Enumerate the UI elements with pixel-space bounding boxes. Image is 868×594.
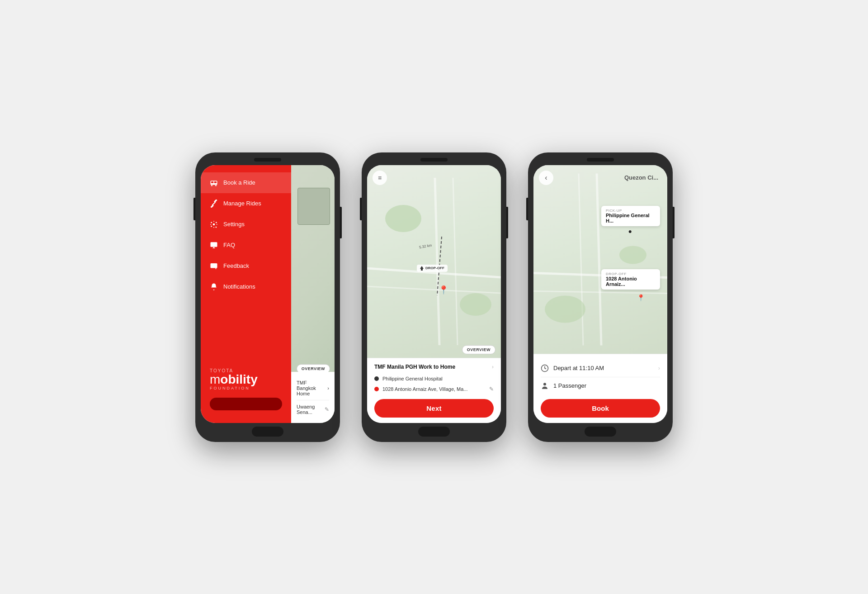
svg-point-23 xyxy=(543,383,546,385)
phone-2-speaker xyxy=(420,158,448,162)
menu-panel: Book a Ride Manage Rides xyxy=(201,165,291,423)
passenger-label: 1 Passenger xyxy=(553,382,586,389)
phone-2: ≡ DROP-OFF 5.32 km 📍 OVERVIEW xyxy=(362,152,506,442)
dropoff-pin: 📍 xyxy=(439,285,448,295)
menu-item-notifications[interactable]: Notifications xyxy=(201,276,291,297)
phone-3-home-btn[interactable] xyxy=(585,427,616,437)
menu-item-book-ride[interactable]: Book a Ride xyxy=(201,172,291,193)
phone-1-map: OVERVIEW TMF Bangkok Home › Uwaeng Sena.… xyxy=(291,165,335,423)
svg-point-3 xyxy=(211,185,212,186)
menu-label-faq: FAQ xyxy=(223,242,235,248)
phone-3: ‹ Quezon Ci... PICK-UP Philippine Genera… xyxy=(528,152,673,442)
route-label-1: TMF Bangkok Home xyxy=(297,380,327,396)
route-row-1: TMF Bangkok Home › xyxy=(297,376,329,400)
map-svg-3 xyxy=(533,165,667,354)
pickup-pin: ● xyxy=(628,228,632,235)
hamburger-icon: ≡ xyxy=(378,174,382,181)
svg-marker-15 xyxy=(420,266,424,271)
route-row-2: Uwaeng Sena... ✎ xyxy=(297,400,329,418)
menu-item-feedback[interactable]: Feedback xyxy=(201,256,291,276)
route-chevron-1: › xyxy=(327,385,329,391)
svg-line-17 xyxy=(533,291,667,293)
edit-icon-2[interactable]: ✎ xyxy=(489,386,494,392)
dropoff-route-label: DROP-OFF xyxy=(417,265,448,272)
booking-panel: Depart at 11:10 AM › 1 Passenger xyxy=(533,354,667,423)
menu-item-faq[interactable]: FAQ xyxy=(201,235,291,256)
phone-1-home-btn[interactable] xyxy=(252,427,283,437)
pickup-card-name: Philippine General H... xyxy=(606,213,656,223)
distance-label: 5.32 km xyxy=(419,243,432,249)
phone-2-screen: ≡ DROP-OFF 5.32 km 📍 OVERVIEW xyxy=(367,165,501,423)
menu-item-settings[interactable]: Settings xyxy=(201,214,291,235)
bus-icon xyxy=(210,179,218,187)
svg-rect-6 xyxy=(211,242,217,247)
phone-2-home-btn[interactable] xyxy=(418,427,450,437)
tmf-action-btn[interactable] xyxy=(210,398,282,410)
dropoff-dot xyxy=(374,387,379,391)
bell-icon xyxy=(210,283,218,291)
phone-3-screen: ‹ Quezon Ci... PICK-UP Philippine Genera… xyxy=(533,165,667,423)
route-title-row: TMF Manila PGH Work to Home › xyxy=(374,364,494,370)
passenger-row: 1 Passenger xyxy=(541,377,660,394)
route-title-chevron: › xyxy=(492,364,494,370)
phone-1-bottom-panel: TMF Bangkok Home › Uwaeng Sena... ✎ xyxy=(291,372,335,423)
dropoff-card-label: DROP-OFF xyxy=(606,272,656,276)
pickup-info-card: PICK-UP Philippine General H... xyxy=(601,206,660,226)
route-title-bold: TMF Manila PGH Work to Home xyxy=(374,364,455,370)
faq-icon xyxy=(210,241,218,249)
menu-label-notifications: Notifications xyxy=(223,283,255,290)
phone-1: Book a Ride Manage Rides xyxy=(195,152,340,442)
depart-row: Depart at 11:10 AM › xyxy=(541,360,660,377)
svg-rect-2 xyxy=(214,181,217,183)
svg-rect-1 xyxy=(211,181,213,183)
foundation-label: FOUNDATION xyxy=(210,386,282,390)
dropoff-stop-label: 1028 Antonio Arnaiz Ave, Village, Ma... xyxy=(382,386,486,392)
svg-line-18 xyxy=(597,173,601,345)
tmf-logo: TOYOTA mobility FOUNDATION xyxy=(201,361,291,394)
map-svg-2 xyxy=(367,165,501,358)
mobility-label: mobility xyxy=(210,373,282,386)
phone-3-speaker xyxy=(587,158,614,162)
dropoff-info-card: DROP-OFF 1028 Antonio Arnaiz... xyxy=(601,269,660,290)
menu-label-book-ride: Book a Ride xyxy=(223,179,255,186)
svg-line-11 xyxy=(453,178,458,345)
back-chevron-icon: ‹ xyxy=(545,174,547,182)
next-button[interactable]: Next xyxy=(374,399,494,418)
dropoff-text: DROP-OFF xyxy=(425,266,444,270)
svg-line-10 xyxy=(435,178,439,345)
svg-point-12 xyxy=(385,205,421,232)
depart-label: Depart at 11:10 AM xyxy=(553,365,604,371)
dropoff-stop-row: 1028 Antonio Arnaiz Ave, Village, Ma... … xyxy=(374,384,494,394)
arrow-up-icon xyxy=(420,266,424,271)
menu-label-feedback: Feedback xyxy=(223,262,249,269)
book-button[interactable]: Book xyxy=(541,399,660,418)
menu-label-manage-rides: Manage Rides xyxy=(223,200,261,207)
phone-1-screen: Book a Ride Manage Rides xyxy=(201,165,335,423)
svg-point-13 xyxy=(460,293,491,316)
city-label: Quezon Ci... xyxy=(624,174,658,181)
menu-item-manage-rides[interactable]: Manage Rides xyxy=(201,193,291,214)
pickup-stop-row: Philippine General Hospital xyxy=(374,374,494,384)
svg-line-19 xyxy=(579,173,583,345)
settings-icon xyxy=(210,220,218,228)
pickup-card-label: PICK-UP xyxy=(606,209,656,213)
phone-3-map: ‹ Quezon Ci... PICK-UP Philippine Genera… xyxy=(533,165,667,354)
phone-1-speaker xyxy=(254,158,281,162)
svg-point-20 xyxy=(545,295,585,323)
back-button[interactable]: ‹ xyxy=(539,171,553,185)
pickup-dot xyxy=(374,376,379,381)
route-label-2: Uwaeng Sena... xyxy=(297,404,325,415)
depart-chevron[interactable]: › xyxy=(658,365,660,371)
overview-button-2[interactable]: OVERVIEW xyxy=(462,345,495,354)
svg-point-21 xyxy=(619,246,646,264)
svg-line-9 xyxy=(367,286,501,293)
edit-icon-1[interactable]: ✎ xyxy=(325,406,329,413)
phone-2-bottom-card: TMF Manila PGH Work to Home › Philippine… xyxy=(367,358,501,423)
phone-2-map: ≡ DROP-OFF 5.32 km 📍 OVERVIEW xyxy=(367,165,501,358)
menu-label-settings: Settings xyxy=(223,221,245,228)
dropoff-pin-3: 📍 xyxy=(637,294,645,301)
scene: Book a Ride Manage Rides xyxy=(177,134,691,460)
menu-hamburger-btn[interactable]: ≡ xyxy=(373,171,387,185)
feedback-icon xyxy=(210,262,218,270)
wrench-icon xyxy=(210,200,218,208)
